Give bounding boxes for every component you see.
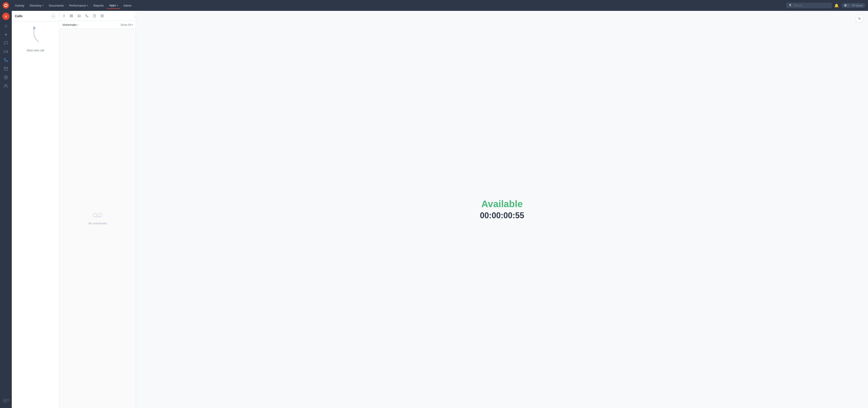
arrow-illustration xyxy=(25,24,46,44)
calls-header: Calls + xyxy=(12,11,59,22)
svg-rect-14 xyxy=(72,14,72,16)
sidebar-icon-video[interactable] xyxy=(2,48,10,56)
status-display: Available 00:00:00:55 xyxy=(480,199,524,220)
left-sidebar: U ⊙ ★ ? ? xyxy=(0,11,12,408)
svg-marker-0 xyxy=(6,51,8,53)
toggle-knob xyxy=(844,4,846,6)
svg-rect-2 xyxy=(4,67,8,68)
svg-rect-1 xyxy=(4,51,6,53)
voicemail-empty-icon xyxy=(93,212,102,220)
nav-reports[interactable]: Reports xyxy=(91,2,106,8)
queue-label: Off Queue xyxy=(851,4,863,7)
show-all-chevron-icon: ▾ xyxy=(131,24,133,26)
nav-right-section: 🔍 🔔 Off Queue xyxy=(786,3,865,8)
nav-admin[interactable]: Admin xyxy=(121,2,134,8)
voicemail-header: Voicemails ▾ Show All ▾ xyxy=(59,21,136,29)
nav-apps[interactable]: Apps ▾ xyxy=(107,2,120,9)
no-voicemails-label: No voicemails xyxy=(88,222,107,225)
refresh-button[interactable]: ↻ xyxy=(855,14,864,23)
toggle-switch xyxy=(844,4,850,7)
inbox-tray-icon[interactable] xyxy=(75,12,83,20)
search-bar[interactable]: 🔍 xyxy=(786,3,832,8)
nav-documents[interactable]: Documents xyxy=(46,2,66,8)
sidebar-icon-activity[interactable]: ⊙ xyxy=(2,22,10,30)
sidebar-icon-settings[interactable] xyxy=(2,73,10,81)
status-label: Available xyxy=(480,199,524,209)
sidebar-bottom: ? ? xyxy=(2,397,10,405)
avatar[interactable]: U xyxy=(2,13,9,20)
voicemails-tab[interactable]: Voicemails ▾ xyxy=(62,23,79,26)
apps-chevron-icon: ▾ xyxy=(117,4,118,6)
nav-activity[interactable]: Activity xyxy=(13,2,26,8)
sidebar-icon-phone[interactable] xyxy=(2,56,10,64)
performance-chevron-icon: ▾ xyxy=(87,4,88,7)
settings-tab-icon[interactable] xyxy=(98,12,106,20)
top-navigation: Activity Directory ▾ Documents Performan… xyxy=(0,0,868,11)
app-logo[interactable] xyxy=(3,2,9,8)
svg-rect-15 xyxy=(72,16,72,17)
svg-point-18 xyxy=(93,213,97,217)
main-content: Available 00:00:00:55 xyxy=(136,11,868,408)
sidebar-icon-voice-coaching[interactable] xyxy=(2,82,10,90)
calls-panel: Calls + Start new call xyxy=(12,11,59,408)
svg-rect-13 xyxy=(70,14,71,16)
start-new-call-label: Start new call xyxy=(26,49,44,52)
add-call-button[interactable]: + xyxy=(51,13,56,19)
sidebar-icon-chat[interactable] xyxy=(2,39,10,47)
svg-point-5 xyxy=(5,84,6,86)
nav-items: Activity Directory ▾ Documents Performan… xyxy=(13,2,786,9)
notification-bell-icon[interactable]: 🔔 xyxy=(834,3,839,8)
queue-toggle[interactable]: Off Queue xyxy=(842,3,865,8)
grid-view-icon[interactable] xyxy=(68,12,75,20)
directory-chevron-icon: ▾ xyxy=(42,4,43,7)
sidebar-icon-help[interactable]: ? ? xyxy=(2,397,10,405)
nav-directory[interactable]: Directory ▾ xyxy=(27,2,46,8)
search-icon: 🔍 xyxy=(789,4,792,7)
status-timer: 00:00:00:55 xyxy=(480,211,524,220)
new-call-area: Start new call xyxy=(12,22,59,408)
search-input[interactable] xyxy=(793,4,829,7)
voicemail-panel: ◀ Voicemails ▾ Show All ▾ No voicemails xyxy=(59,11,136,408)
svg-point-17 xyxy=(102,16,103,16)
sidebar-icon-inbox[interactable] xyxy=(2,65,10,73)
phone-tab-icon[interactable] xyxy=(83,12,90,20)
nav-performance[interactable]: Performance ▾ xyxy=(67,2,90,8)
refresh-icon: ↻ xyxy=(858,17,861,21)
svg-marker-6 xyxy=(33,26,36,29)
voicemails-chevron-icon: ▾ xyxy=(77,24,79,26)
sidebar-icon-favorites[interactable]: ★ xyxy=(2,30,10,38)
calls-title: Calls xyxy=(15,14,22,18)
svg-point-4 xyxy=(5,77,6,78)
voicemail-empty-state: No voicemails xyxy=(59,29,136,408)
panel-toolbar: ◀ xyxy=(59,11,136,21)
svg-point-19 xyxy=(98,213,102,217)
show-all-button[interactable]: Show All ▾ xyxy=(121,23,133,26)
svg-rect-16 xyxy=(70,16,71,17)
note-tab-icon[interactable] xyxy=(91,12,98,20)
list-view-icon[interactable] xyxy=(60,12,67,20)
